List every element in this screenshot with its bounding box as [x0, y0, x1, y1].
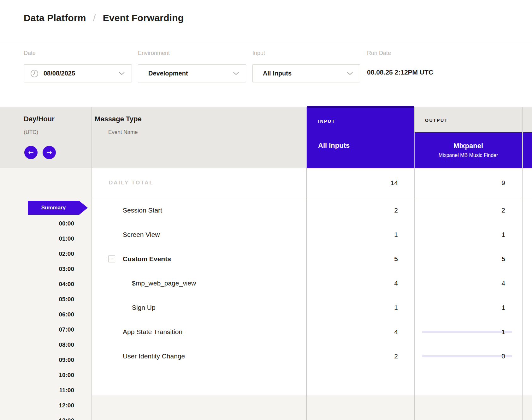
hour-label[interactable]: 03:00 — [59, 266, 74, 272]
output-column-header[interactable]: Mixpanel Mixpanel MB Music Finder — [415, 132, 522, 168]
daily-total-input-count: 14 — [307, 179, 415, 187]
hour-label[interactable]: 02:00 — [59, 251, 74, 257]
output-count-cell: 1 — [415, 304, 523, 311]
table-row: Sign Up 1 1 — [92, 295, 532, 320]
output-column-name: Mixpanel — [415, 142, 522, 150]
event-name-label: $mp_web_page_view — [132, 279, 196, 287]
page-title: Event Forwarding — [103, 13, 184, 23]
hour-label[interactable]: 10:00 — [59, 372, 74, 378]
message-type-column-subtitle: Event Name — [108, 129, 138, 135]
input-section-label: INPUT — [318, 119, 335, 124]
output-count-cell[interactable]: 1 — [415, 328, 523, 336]
input-count-cell: 4 — [307, 279, 415, 287]
table-row: User Identity Change 2 0 — [92, 344, 532, 368]
chevron-down-icon — [119, 72, 125, 75]
input-count-cell: 2 — [307, 207, 415, 214]
message-type-column-title: Message Type — [95, 115, 142, 123]
run-date-value: 08.08.25 2:12PM UTC — [367, 69, 433, 76]
event-name-label: Sign Up — [132, 304, 156, 311]
day-hour-column-subtitle: (UTC) — [24, 129, 38, 135]
clock-icon — [30, 69, 38, 78]
input-dropdown[interactable]: All Inputs — [252, 64, 360, 82]
table-row: − Custom Events 5 5 — [92, 247, 532, 271]
breadcrumb-separator: / — [93, 12, 96, 24]
table-row: $mp_web_page_view 4 4 — [92, 271, 532, 295]
output-column-subtitle: Mixpanel MB Music Finder — [415, 153, 522, 158]
date-value: 08/08/2025 — [44, 70, 75, 77]
input-count-cell: 1 — [307, 231, 415, 238]
hour-label[interactable]: 08:00 — [59, 342, 74, 348]
page-header: Data Platform / Event Forwarding — [0, 0, 532, 41]
table-row: Screen View 1 1 — [92, 222, 532, 247]
input-column-header[interactable]: INPUT All Inputs — [307, 106, 414, 168]
daily-total-output-count: 9 — [415, 179, 523, 187]
hour-label[interactable]: 13:00 — [59, 417, 74, 420]
hour-label[interactable]: 11:00 — [59, 387, 74, 393]
filter-bar: Date Environment Input Run Date 08/08/20… — [0, 41, 532, 107]
rows: Session Start 2 2 Screen View 1 1 − Cust… — [92, 198, 532, 368]
table-row: Session Start 2 2 — [92, 198, 532, 222]
hour-sidebar: Summary 00:0001:0002:0003:0004:0005:0006… — [0, 168, 92, 420]
event-forwarding-page: Data Platform / Event Forwarding Date En… — [0, 0, 532, 420]
hour-label[interactable]: 05:00 — [59, 296, 74, 303]
event-name-label: App State Transition — [123, 328, 182, 335]
input-column-selected-strip — [307, 106, 414, 108]
arrow-left-icon[interactable]: ← — [24, 146, 38, 159]
environment-value: Development — [148, 70, 188, 77]
event-name-label: Custom Events — [123, 255, 171, 262]
hour-label[interactable]: 06:00 — [59, 311, 74, 318]
hour-label[interactable]: 09:00 — [59, 357, 74, 363]
event-name-label: Screen View — [123, 231, 160, 238]
hour-label[interactable]: 01:00 — [59, 236, 74, 242]
input-value: All Inputs — [263, 70, 292, 77]
output-count-cell: 4 — [415, 279, 523, 287]
breadcrumb-section[interactable]: Data Platform — [24, 13, 86, 23]
hour-label[interactable]: 12:00 — [59, 402, 74, 409]
event-name-label: User Identity Change — [123, 352, 185, 360]
environment-dropdown[interactable]: Development — [138, 64, 246, 82]
hour-label[interactable]: 04:00 — [59, 281, 74, 287]
output-count-cell[interactable]: 0 — [415, 352, 523, 360]
event-name-label: Session Start — [123, 207, 162, 214]
input-count-cell: 4 — [307, 328, 415, 336]
daily-total-row: DAILY TOTAL 14 9 — [92, 168, 532, 198]
chevron-down-icon — [233, 72, 239, 75]
table-footer-area — [92, 395, 532, 420]
output-column-header-partial[interactable] — [523, 132, 532, 168]
run-date-label: Run Date — [367, 50, 391, 57]
input-count-cell: 2 — [307, 352, 415, 360]
breadcrumb: Data Platform / Event Forwarding — [24, 12, 184, 24]
summary-tab[interactable]: Summary — [28, 201, 88, 215]
environment-filter-label: Environment — [138, 50, 170, 57]
output-count-cell: 5 — [415, 255, 523, 263]
table-row: App State Transition 4 1 — [92, 320, 532, 344]
output-section-label: OUTPUT — [425, 118, 448, 123]
input-count-cell: 1 — [307, 304, 415, 311]
chevron-down-icon — [347, 72, 353, 75]
collapse-icon[interactable]: − — [108, 255, 115, 262]
input-column-name: All Inputs — [318, 141, 350, 150]
input-filter-label: Input — [252, 50, 265, 57]
date-filter-label: Date — [24, 50, 36, 57]
arrow-right-icon[interactable]: → — [43, 146, 56, 159]
input-count-cell: 5 — [307, 255, 415, 263]
output-count-cell: 2 — [415, 207, 523, 214]
output-count-cell: 1 — [415, 231, 523, 238]
date-dropdown[interactable]: 08/08/2025 — [24, 64, 132, 82]
hour-label[interactable]: 07:00 — [59, 327, 74, 333]
daily-total-label: DAILY TOTAL — [92, 180, 307, 186]
hour-pager: ← → — [24, 146, 56, 159]
hour-label[interactable]: 00:00 — [59, 220, 74, 227]
day-hour-column-title: Day/Hour — [24, 115, 55, 123]
